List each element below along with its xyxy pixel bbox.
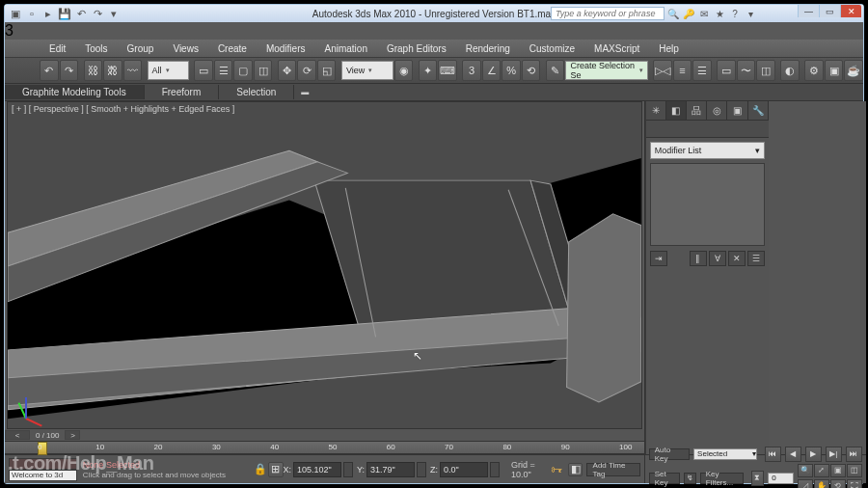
zoom-extents-all-button[interactable]: ◫ (847, 464, 862, 477)
search-go-icon[interactable]: 🔍 (666, 7, 680, 20)
mini-listener[interactable]: Welcome to 3d (9, 470, 77, 481)
coord-z-spinner[interactable] (490, 462, 500, 477)
remove-modifier-button[interactable]: ✕ (728, 251, 746, 266)
tab-modify-icon[interactable]: ◧ (666, 101, 687, 120)
manipulate-button[interactable]: ✦ (419, 60, 438, 81)
new-icon[interactable]: ▫ (25, 7, 39, 20)
refcoord-dropdown[interactable]: View (341, 61, 393, 80)
help-icon[interactable]: ? (728, 7, 742, 20)
rendered-frame-button[interactable]: ▣ (825, 60, 844, 81)
tab-utilities-icon[interactable]: 🔧 (748, 101, 769, 120)
menu-modifiers[interactable]: Modifiers (257, 41, 315, 56)
render-button[interactable]: ☕ (844, 60, 863, 81)
timetag-icon[interactable]: ◧ (568, 463, 582, 476)
zoom-button[interactable]: 🔍 (798, 464, 813, 477)
object-name-field[interactable] (646, 121, 769, 138)
undo-button[interactable]: ↶ (40, 60, 59, 81)
play-button[interactable]: ▶ (805, 447, 822, 462)
redo-icon[interactable]: ↷ (91, 7, 104, 20)
maximize-button[interactable]: ▭ (819, 5, 840, 17)
select-object-button[interactable]: ▭ (194, 60, 213, 81)
menu-group[interactable]: Group (118, 41, 164, 56)
keyfilters-button[interactable]: Key Filters... (700, 473, 744, 484)
open-icon[interactable]: ▸ (41, 7, 55, 20)
configure-sets-button[interactable]: ☰ (747, 251, 765, 266)
link-button[interactable]: ⛓ (84, 60, 103, 81)
app-menu-icon[interactable]: ▣ (9, 7, 22, 20)
qat-more-icon[interactable]: ▾ (107, 7, 121, 20)
schematic-view-button[interactable]: ◫ (756, 60, 775, 81)
align-button[interactable]: ≡ (673, 60, 692, 81)
prev-frame-button2[interactable]: ◀ (785, 447, 801, 462)
timeconfig-button[interactable]: ⧗ (751, 471, 765, 486)
add-time-tag-button[interactable]: Add Time Tag (586, 463, 640, 476)
ribbon-tab-modeling[interactable]: Graphite Modeling Tools (5, 85, 145, 99)
next-frame-button2[interactable]: ▶| (826, 447, 842, 462)
save-icon[interactable]: 💾 (58, 7, 71, 20)
comm-icon[interactable]: ✉ (697, 7, 711, 20)
modifier-list-dropdown[interactable]: Modifier List▾ (650, 142, 765, 159)
bind-spacewarp-button[interactable]: 〰 (123, 60, 143, 81)
zoom-all-button[interactable]: ⤢ (814, 464, 829, 477)
next-frame-button[interactable]: > (65, 430, 80, 440)
coord-z-input[interactable]: 0.0" (440, 462, 488, 477)
make-unique-button[interactable]: ∀ (709, 251, 726, 266)
mirror-button[interactable]: ▷◁ (653, 60, 672, 81)
modifier-stack[interactable] (650, 163, 765, 246)
favorites-icon[interactable]: ★ (713, 7, 726, 20)
lock-selection-icon[interactable]: 🔒 (253, 463, 268, 475)
coord-y-input[interactable]: 31.79" (366, 462, 415, 477)
ribbon-tab-selection[interactable]: Selection (219, 85, 294, 99)
menu-edit[interactable]: Edit (40, 41, 75, 56)
use-pivot-button[interactable]: ◉ (394, 60, 414, 81)
spinner-snap-button[interactable]: ⟲ (522, 60, 541, 81)
setkey-button[interactable]: Set Key (649, 473, 681, 484)
snap-toggle-button[interactable]: 3 (462, 60, 481, 81)
perspective-viewport[interactable]: [ + ] [ Perspective ] [ Smooth + Highlig… (7, 101, 642, 429)
prev-frame-button[interactable]: < (5, 430, 30, 440)
menu-grapheditors[interactable]: Graph Editors (377, 41, 456, 56)
menu-views[interactable]: Views (163, 41, 208, 56)
rotate-button[interactable]: ⟳ (297, 60, 316, 81)
scale-button[interactable]: ◱ (317, 60, 337, 81)
material-editor-button[interactable]: ◐ (780, 60, 800, 81)
max-toggle-button[interactable]: ⛶ (847, 479, 862, 489)
menu-tools[interactable]: Tools (75, 41, 117, 56)
pin-stack-button[interactable]: ⇥ (650, 251, 667, 266)
key-lock-icon[interactable]: 🗝 (551, 463, 562, 476)
goto-end-button[interactable]: ⏭ (846, 447, 862, 462)
selection-filter-dropdown[interactable]: All (148, 61, 189, 80)
goto-start-button[interactable]: ⏮ (765, 447, 781, 462)
tab-motion-icon[interactable]: ◎ (707, 101, 727, 120)
curve-editor-button[interactable]: 〜 (737, 60, 756, 81)
app-logo-icon[interactable]: 3 (5, 22, 863, 40)
tab-hierarchy-icon[interactable]: 品 (687, 101, 707, 120)
tab-display-icon[interactable]: ▣ (727, 101, 747, 120)
autokey-button[interactable]: Auto Key (649, 448, 690, 460)
tab-create-icon[interactable]: ✳ (646, 101, 666, 120)
minimize-button[interactable]: — (798, 5, 819, 17)
orbit-button[interactable]: ⟲ (830, 479, 846, 489)
setkey-bigkey-button[interactable]: ↯ (684, 473, 695, 484)
show-end-result-button[interactable]: ‖ (690, 251, 707, 266)
angle-snap-button[interactable]: ∠ (482, 60, 502, 81)
percent-snap-button[interactable]: % (502, 60, 521, 81)
script-listener[interactable]: Welcome to 3d (9, 458, 77, 481)
fov-button[interactable]: ◿ (798, 479, 813, 489)
named-selection-dropdown[interactable]: Create Selection Se (565, 61, 647, 80)
move-button[interactable]: ✥ (278, 60, 297, 81)
select-by-name-button[interactable]: ☰ (214, 60, 233, 81)
close-button[interactable]: ✕ (840, 5, 861, 17)
window-crossing-button[interactable]: ◫ (254, 60, 273, 81)
graphite-ribbon-button[interactable]: ▭ (717, 60, 736, 81)
ribbon-minimize-icon[interactable]: ▬ (294, 88, 315, 96)
select-region-button[interactable]: ▢ (233, 60, 253, 81)
ribbon-tab-freeform[interactable]: Freeform (145, 85, 220, 99)
infocenter-more-icon[interactable]: ▾ (744, 7, 757, 20)
zoom-extents-button[interactable]: ▣ (830, 464, 846, 477)
coord-y-spinner[interactable] (417, 462, 426, 477)
menu-help[interactable]: Help (649, 41, 689, 56)
coord-x-spinner[interactable] (343, 462, 353, 477)
subscription-icon[interactable]: 🔑 (682, 7, 695, 20)
menu-customize[interactable]: Customize (520, 41, 584, 56)
